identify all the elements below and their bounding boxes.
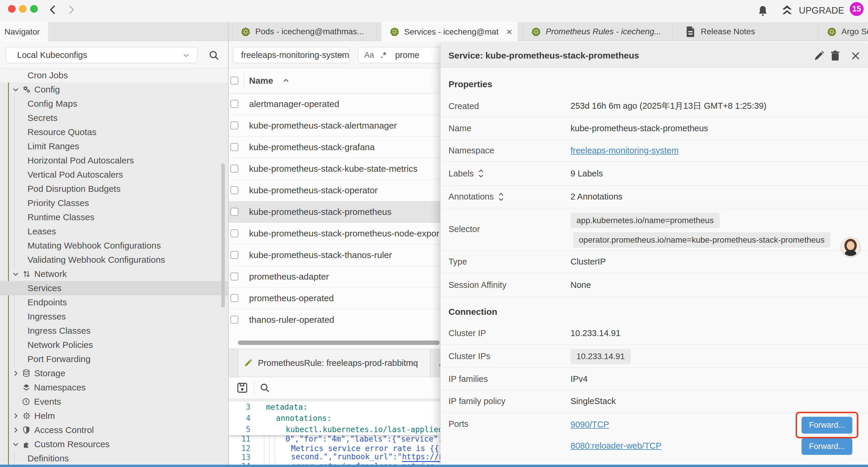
- zoom-window-button[interactable]: [30, 5, 38, 13]
- sidebar-item-ingresses[interactable]: Ingresses: [0, 310, 228, 324]
- sidebar-item-pod-disruption-budgets[interactable]: Pod Disruption Budgets: [0, 182, 228, 196]
- chevron-right-icon[interactable]: [12, 412, 20, 420]
- row-checkbox[interactable]: [230, 229, 239, 237]
- namespace-link[interactable]: freeleaps-monitoring-system: [570, 146, 679, 155]
- port-link-9090[interactable]: 9090/TCP: [570, 420, 609, 430]
- sidebar-item-port-forwarding[interactable]: Port Forwarding: [0, 352, 228, 366]
- detail-row-name: Name kube-prometheus-stack-prometheus: [440, 117, 868, 140]
- delete-icon[interactable]: [829, 50, 841, 61]
- horizontal-scrollbar[interactable]: [238, 341, 440, 345]
- sidebar-item-ingress-classes[interactable]: Ingress Classes: [0, 324, 228, 338]
- upgrade-button[interactable]: UPGRADE: [780, 4, 844, 18]
- row-checkbox[interactable]: [230, 294, 239, 302]
- forward-button[interactable]: [65, 4, 77, 16]
- match-case-toggle[interactable]: Aa: [364, 51, 374, 60]
- account-badge[interactable]: 15: [850, 2, 864, 16]
- chevron-down-icon[interactable]: [12, 86, 20, 93]
- name-column-header[interactable]: Name: [249, 68, 290, 93]
- regex-toggle[interactable]: .*: [380, 50, 386, 60]
- sidebar-item-network[interactable]: Network: [0, 267, 228, 281]
- chevron-right-icon[interactable]: [12, 370, 20, 377]
- editor-tab-partial[interactable]: [435, 349, 440, 377]
- sidebar-item-priority-classes[interactable]: Priority Classes: [0, 196, 228, 210]
- chevron-down-icon[interactable]: [12, 440, 20, 448]
- table-row[interactable]: prometheus-adapter: [229, 266, 440, 288]
- kubeconfig-select[interactable]: Local Kubeconfigs: [6, 47, 197, 63]
- select-all-checkbox[interactable]: [230, 77, 239, 85]
- table-row[interactable]: kube-prometheus-stack-thanos-ruler: [229, 244, 440, 266]
- sidebar-item-validating-webhook-configurations[interactable]: Validating Webhook Configurations: [0, 253, 228, 267]
- row-checkbox[interactable]: [230, 208, 239, 216]
- forward-port-button[interactable]: Forward...: [802, 438, 852, 455]
- sidebar-scrollbar[interactable]: [221, 164, 225, 308]
- row-checkbox[interactable]: [230, 251, 239, 259]
- sidebar-item-horizontal-pod-autoscalers[interactable]: Horizontal Pod Autoscalers: [0, 153, 228, 168]
- avatar[interactable]: [841, 237, 860, 257]
- sidebar-item-custom-resources[interactable]: Custom Resources: [0, 437, 228, 451]
- runbook-url-link[interactable]: https://net: [402, 452, 440, 462]
- sidebar-item-resource-quotas[interactable]: Resource Quotas: [0, 125, 228, 139]
- row-checkbox[interactable]: [230, 316, 239, 324]
- table-row[interactable]: kube-prometheus-stack-alertmanager: [229, 115, 440, 137]
- back-button[interactable]: [47, 4, 59, 16]
- sidebar-search-icon[interactable]: [208, 50, 219, 61]
- expand-collapse-icon[interactable]: [498, 192, 504, 202]
- tab-prometheus-rules[interactable]: Prometheus Rules - icecheng...: [523, 22, 673, 41]
- row-checkbox[interactable]: [230, 121, 239, 129]
- chevron-right-icon[interactable]: [12, 426, 20, 434]
- minimize-window-button[interactable]: [19, 5, 27, 13]
- expand-collapse-icon[interactable]: [478, 169, 484, 178]
- close-tab-icon[interactable]: ×: [506, 26, 512, 37]
- sidebar-item-config[interactable]: Config: [0, 83, 228, 97]
- sidebar-item-helm[interactable]: Helm: [0, 409, 228, 423]
- sidebar-item-vertical-pod-autoscalers[interactable]: Vertical Pod Autoscalers: [0, 168, 228, 182]
- table-row[interactable]: prometheus-operated: [229, 288, 440, 309]
- table-row[interactable]: kube-prometheus-stack-kube-state-metrics: [229, 158, 440, 180]
- row-checkbox[interactable]: [230, 100, 239, 108]
- sidebar-item-mutating-webhook-configurations[interactable]: Mutating Webhook Configurations: [0, 238, 228, 253]
- sidebar-item-events[interactable]: Events: [0, 395, 228, 409]
- tab-services[interactable]: Services - icecheng@math... ×: [382, 22, 518, 41]
- sidebar-item-namespaces[interactable]: Namespaces: [0, 380, 228, 395]
- sidebar-item-cron-jobs[interactable]: Cron Jobs: [0, 68, 228, 83]
- close-panel-icon[interactable]: [850, 50, 861, 61]
- row-label: IP families: [448, 368, 488, 390]
- port-link-8080[interactable]: 8080:reloader-web/TCP: [570, 441, 661, 451]
- sidebar-item-access-control[interactable]: Access Control: [0, 423, 228, 437]
- sidebar-item-runtime-classes[interactable]: Runtime Classes: [0, 210, 228, 224]
- row-checkbox[interactable]: [230, 186, 239, 194]
- search-input[interactable]: Aa .* prome: [358, 47, 440, 63]
- notifications-bell-icon[interactable]: [756, 4, 769, 18]
- save-icon[interactable]: [236, 382, 248, 394]
- namespace-select[interactable]: freeleaps-monitoring-system: [233, 47, 350, 63]
- row-checkbox[interactable]: [230, 143, 239, 151]
- sidebar-item-secrets[interactable]: Secrets: [0, 111, 228, 125]
- sidebar-item-storage[interactable]: Storage: [0, 366, 228, 380]
- sidebar-item-leases[interactable]: Leases: [0, 224, 228, 238]
- chevron-down-icon[interactable]: [12, 270, 20, 278]
- table-row[interactable]: thanos-ruler-operated: [229, 309, 440, 331]
- editor-search-icon[interactable]: [259, 382, 270, 393]
- sidebar-item-limit-ranges[interactable]: Limit Ranges: [0, 139, 228, 153]
- sidebar-item-services[interactable]: Services: [0, 281, 228, 295]
- sidebar-item-config-maps[interactable]: Config Maps: [0, 97, 228, 111]
- service-name: kube-prometheus-stack-prometheus-node-ex…: [249, 229, 439, 238]
- row-checkbox[interactable]: [230, 272, 239, 281]
- editor-tab-prometheusrule[interactable]: PrometheusRule: freeleaps-prod-rabbitmq: [238, 349, 430, 377]
- yaml-editor[interactable]: 11 0","for":"4m","labels":{"service":" 1…: [229, 401, 440, 465]
- table-row[interactable]: alertmanager-operated: [229, 93, 440, 115]
- tab-pods[interactable]: Pods - icecheng@mathmas...: [233, 22, 376, 41]
- table-row[interactable]: kube-prometheus-stack-grafana: [229, 137, 440, 158]
- edit-icon[interactable]: [813, 50, 825, 61]
- tab-argo[interactable]: Argo Se: [819, 22, 868, 41]
- row-checkbox[interactable]: [230, 165, 239, 173]
- sidebar-item-definitions[interactable]: Definitions: [0, 451, 228, 465]
- table-row-selected[interactable]: kube-prometheus-stack-prometheus: [229, 201, 440, 223]
- table-row[interactable]: kube-prometheus-stack-operator: [229, 180, 440, 201]
- tab-navigator[interactable]: Navigator: [0, 22, 48, 41]
- close-window-button[interactable]: [8, 5, 16, 13]
- table-row[interactable]: kube-prometheus-stack-prometheus-node-ex…: [229, 223, 440, 244]
- tab-release-notes[interactable]: Release Notes: [673, 22, 818, 41]
- sidebar-item-endpoints[interactable]: Endpoints: [0, 295, 228, 310]
- sidebar-item-network-policies[interactable]: Network Policies: [0, 338, 228, 352]
